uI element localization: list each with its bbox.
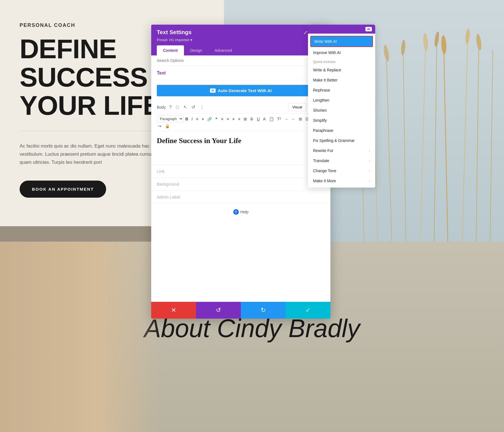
- outdent-btn[interactable]: ←: [290, 116, 297, 122]
- shorten-item[interactable]: Shorten: [308, 105, 375, 115]
- rephrase-item[interactable]: Rephrase: [308, 85, 375, 95]
- paraphrase-label: Paraphrase: [313, 128, 333, 133]
- write-with-ai-item[interactable]: Write With AI: [310, 36, 373, 47]
- panel-title-row: Text Settings ⤢ ⊡ ⋮: [157, 29, 325, 36]
- link-section: Link: [151, 165, 330, 178]
- panel-title: Text Settings: [157, 29, 192, 36]
- lengthen-item[interactable]: Lengthen: [308, 95, 375, 105]
- write-with-ai-label: Write With AI: [314, 39, 337, 44]
- quick-actions-label: Quick Actions: [308, 58, 375, 65]
- make-it-better-label: Make It Better: [313, 78, 337, 82]
- strikethrough-btn[interactable]: S: [249, 116, 254, 122]
- ordered-list-btn[interactable]: ≡: [200, 116, 205, 122]
- change-tone-arrow: ›: [369, 169, 370, 173]
- panel-tabs: Content Design Advanced: [157, 45, 325, 55]
- bold-btn[interactable]: B: [184, 116, 190, 122]
- help-label: Help: [241, 210, 249, 214]
- link-label: Link: [157, 169, 325, 174]
- editor-content-area[interactable]: Define Success in Your Life: [157, 131, 325, 165]
- save-button[interactable]: ✓: [286, 302, 330, 319]
- make-it-better-item[interactable]: Make It Better: [308, 75, 375, 85]
- search-options-bar: + Filter: [151, 55, 330, 66]
- indent-btn[interactable]: →: [283, 116, 290, 122]
- superscript-btn[interactable]: T²: [276, 116, 282, 122]
- background-label: Background: [157, 182, 325, 186]
- help-section: ? Help: [151, 203, 330, 220]
- panel-header: Text Settings ⤢ ⊡ ⋮ Preset: H1 imported …: [151, 25, 330, 55]
- write-replace-item[interactable]: Write & Replace: [308, 65, 375, 75]
- redo-button[interactable]: ↻: [241, 302, 286, 319]
- improve-with-ai-label: Improve With AI: [313, 50, 341, 55]
- book-appointment-button[interactable]: BOOK AN APPOINTMENT: [20, 181, 106, 198]
- editor-text: Define Success in Your Life: [157, 137, 241, 145]
- change-tone-label: Change Tone: [313, 169, 336, 173]
- table-btn[interactable]: ⊞: [242, 116, 248, 122]
- cancel-close-button[interactable]: ✕: [151, 302, 196, 319]
- improve-with-ai-item[interactable]: Improve With AI: [308, 48, 375, 58]
- simplify-label: Simplify: [313, 118, 327, 123]
- blockquote-btn[interactable]: ❝: [214, 116, 219, 122]
- person-image-area: [0, 242, 162, 432]
- translate-arrow: ›: [369, 159, 370, 163]
- help-icon[interactable]: ?: [168, 104, 173, 110]
- align-left-btn[interactable]: ≡: [220, 116, 225, 122]
- rewrite-for-label: Rewrite For: [313, 148, 333, 153]
- body-label: Body: [157, 105, 166, 109]
- write-replace-label: Write & Replace: [313, 68, 341, 72]
- device-icon[interactable]: □: [175, 104, 180, 110]
- text-section-title: Text: [157, 71, 166, 76]
- change-tone-item[interactable]: Change Tone ›: [308, 166, 375, 176]
- tab-content[interactable]: Content: [157, 45, 184, 55]
- ai-generate-button[interactable]: AI Auto Generate Text With AI: [157, 85, 325, 96]
- editor-container: Paragraph Heading 1 Heading 2 Heading 3 …: [151, 114, 330, 165]
- italic-btn[interactable]: I: [190, 116, 194, 122]
- visual-tab-btn[interactable]: Visual: [288, 103, 306, 111]
- make-it-more-arrow: ›: [369, 179, 370, 183]
- lengthen-label: Lengthen: [313, 98, 329, 102]
- undo-icon[interactable]: ↺: [190, 104, 196, 110]
- fullscreen-icon[interactable]: ⤢: [304, 29, 308, 36]
- format-toolbar: Paragraph Heading 1 Heading 2 Heading 3 …: [157, 114, 325, 131]
- fullscreen-editor-btn[interactable]: ⊞: [297, 116, 304, 122]
- checkmark-icon: ✓: [305, 307, 311, 314]
- text-color-btn[interactable]: A: [262, 116, 267, 122]
- panel-preset: Preset: H1 imported ▾: [157, 38, 325, 42]
- unordered-list-btn[interactable]: ≡: [195, 116, 200, 122]
- align-center-btn[interactable]: ≡: [225, 116, 230, 122]
- shorten-label: Shorten: [313, 108, 327, 113]
- make-it-more-label: Make It More: [313, 179, 336, 183]
- align-justify-btn[interactable]: ≡: [237, 116, 242, 122]
- fix-spelling-item[interactable]: Fix Spelling & Grammar: [308, 136, 375, 146]
- redo-editor-btn[interactable]: ↪: [157, 123, 163, 129]
- tab-advanced[interactable]: Advanced: [208, 45, 238, 55]
- help-button[interactable]: ? Help: [233, 209, 249, 215]
- about-section-content: About Cindy Bradly: [144, 314, 360, 360]
- make-it-more-item[interactable]: Make It More ›: [308, 176, 375, 186]
- undo-icon: ↺: [216, 307, 221, 314]
- underline-btn[interactable]: U: [255, 116, 261, 122]
- lock-editor-btn[interactable]: 🔒: [164, 123, 171, 129]
- paraphrase-item[interactable]: Paraphrase: [308, 125, 375, 136]
- undo-button[interactable]: ↺: [196, 302, 241, 319]
- close-icon: ✕: [171, 307, 176, 314]
- paragraph-select[interactable]: Paragraph Heading 1 Heading 2 Heading 3: [157, 115, 183, 122]
- paste-btn[interactable]: 📋: [268, 116, 275, 122]
- body-toolbar: Body ? □ ↖ ↺ ⋮ Visual Text: [151, 101, 330, 114]
- align-right-btn[interactable]: ≡: [231, 116, 236, 122]
- ai-generate-label: Auto Generate Text With AI: [218, 88, 272, 93]
- tab-design[interactable]: Design: [184, 45, 209, 55]
- translate-item[interactable]: Translate ›: [308, 156, 375, 166]
- link-btn[interactable]: 🔗: [206, 116, 213, 122]
- cursor-icon[interactable]: ↖: [182, 104, 188, 110]
- more-body-icon[interactable]: ⋮: [199, 104, 205, 110]
- translate-label: Translate: [313, 158, 329, 163]
- search-options-input[interactable]: [157, 58, 314, 63]
- ai-badge-icon: AI: [365, 27, 372, 31]
- tan-color-strip: [0, 226, 151, 242]
- text-section-header: Text ∧ ⋮: [151, 66, 330, 80]
- simplify-item[interactable]: Simplify: [308, 115, 375, 125]
- ai-badge: AI: [210, 88, 216, 93]
- ai-dropdown-header: AI: [308, 25, 375, 34]
- background-section: Background: [151, 178, 330, 190]
- rewrite-for-item[interactable]: Rewrite For ›: [308, 146, 375, 156]
